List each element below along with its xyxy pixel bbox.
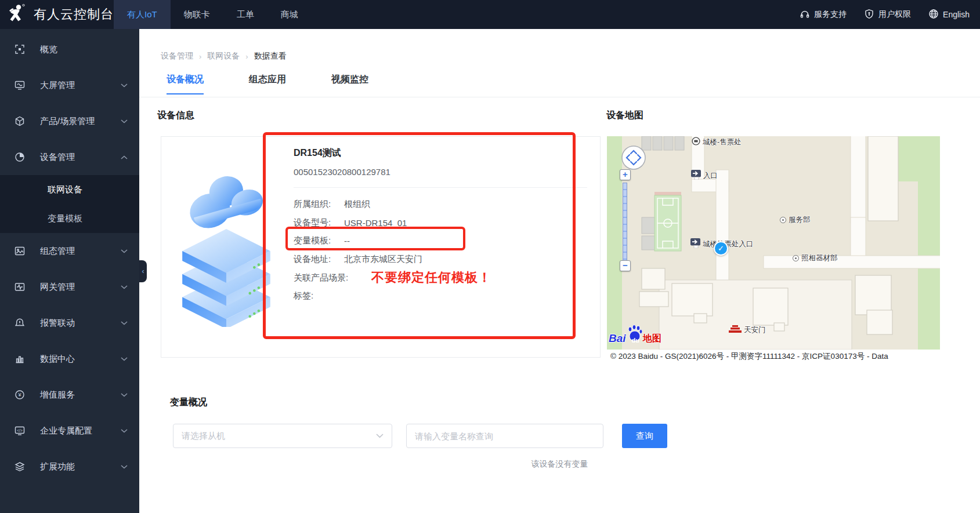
app-title: 有人云控制台 [34,6,114,23]
chevron-down-icon [121,321,128,325]
tabs-divider [139,97,980,97]
entrance-arrow-icon [690,238,700,250]
overview-icon [15,44,25,54]
sidebar: 概览 大屏管理 产品/场景管理 [0,29,139,513]
empty-variables-text: 该设备没有变量 [139,459,980,470]
topbar: 有人云控制台 有人IoT 物联卡 工单 商城 服务支持 [0,0,980,29]
field-row-organization: 所属组织: 根组织 [294,195,422,214]
map-pan-control[interactable] [621,145,646,170]
user-permission[interactable]: 用户权限 [864,9,911,21]
sidebar-item-extensions[interactable]: 扩展功能 [0,449,139,485]
poi-tiananmen: 天安门 [729,325,766,335]
device-fields: 所属组织: 根组织 设备型号: USR-DR154_01 变量模板: -- 设备… [294,195,422,305]
language-switch[interactable]: English [928,9,970,21]
breadcrumb-device-mgmt[interactable]: 设备管理 [161,51,193,61]
field-row-tags: 标签: [294,287,422,305]
variable-search-input[interactable] [406,424,603,448]
headset-icon [800,9,810,21]
page-tabs: 设备概况 组态应用 视频监控 [167,74,368,94]
baidu-maps-logo[interactable]: Bai du 地图 [609,324,661,345]
sidebar-item-alarm-linkage[interactable]: 报警联动 [0,305,139,341]
sidebar-item-product-scene[interactable]: 产品/场景管理 [0,103,139,139]
top-tab-sim-card[interactable]: 物联卡 [171,0,223,29]
tiananmen-gate-icon [729,325,742,335]
yuan-coin-icon: ¥ [15,390,25,400]
device-id: 00501523020800129781 [294,167,390,177]
slave-select-placeholder: 请选择从机 [182,431,225,442]
cloud-server-illustration-icon [174,153,279,329]
slave-select[interactable]: 请选择从机 [173,424,392,448]
map-zoom-slider[interactable] [623,183,627,261]
field-row-product-scene: 关联产品场景: [294,268,422,287]
sidebar-collapse-handle[interactable]: ‹ [139,260,147,282]
breadcrumb-separator: › [199,52,201,61]
tab-scada-app[interactable]: 组态应用 [249,74,286,94]
device-info-title: 设备信息 [157,110,194,122]
entrance-arrow-icon [691,170,701,181]
device-info-divider [294,187,587,188]
layers-icon [15,461,25,472]
tab-device-overview[interactable]: 设备概况 [167,74,204,94]
globe-icon [928,9,939,21]
sidebar-item-device-mgmt[interactable]: 设备管理 [0,139,139,175]
svg-text:</>: </> [17,428,23,432]
service-support[interactable]: 服务支持 [800,9,847,21]
svg-text:¥: ¥ [17,392,21,398]
ticket-office-icon [692,137,700,147]
bar-chart-icon [15,354,25,364]
big-screen-icon [15,80,25,90]
chevron-down-icon [376,434,384,438]
device-name: DR154测试 [294,147,341,159]
device-location-marker[interactable]: ✓ [714,241,728,256]
sidebar-item-screen-mgmt[interactable]: 大屏管理 [0,67,139,103]
usr-person-logo-icon [7,3,26,26]
sidebar-item-gateway-mgmt[interactable]: 网关管理 [0,269,139,305]
chevron-down-icon [121,393,128,397]
sidebar-item-label: 设备管理 [40,152,75,163]
sidebar-item-label: 增值服务 [40,390,75,401]
chevron-down-icon [121,83,128,88]
top-tab-mall[interactable]: 商城 [267,0,312,29]
chevron-down-icon [121,285,128,289]
logo[interactable]: 有人云控制台 [0,3,114,26]
top-tab-work-order[interactable]: 工单 [223,0,267,29]
sidebar-subitem-variable-templates[interactable]: 变量模板 [0,204,139,233]
chevron-up-icon [121,155,128,159]
device-map-title: 设备地图 [606,110,643,122]
sidebar-item-value-added-services[interactable]: ¥ 增值服务 [0,377,139,413]
map-zoom-out-button[interactable]: − [620,260,631,271]
sidebar-item-enterprise-config[interactable]: </> 企业专属配置 [0,413,139,449]
map-zoom-in-button[interactable]: + [620,169,631,180]
poi-entrance: 入口 [691,170,718,181]
gateway-pulse-icon [15,282,25,292]
tab-video-monitor[interactable]: 视频监控 [331,74,368,94]
breadcrumb-networked-devices[interactable]: 联网设备 [207,51,240,61]
top-tab-usr-iot[interactable]: 有人IoT [114,0,171,29]
sidebar-subitem-networked-devices[interactable]: 联网设备 [0,175,139,204]
poi-ticket-office: 城楼-售票处 [692,137,742,147]
monitor-code-icon: </> [15,425,25,436]
breadcrumb-separator: › [245,52,248,61]
chevron-down-icon [121,357,128,361]
service-support-label: 服务支持 [814,9,847,20]
sidebar-item-label: 产品/场景管理 [40,116,95,127]
baidu-map[interactable]: + − 城楼-售票处 入口 服务 [607,136,940,350]
field-row-address: 设备地址: 北京市东城区天安门 [294,250,422,269]
sidebar-item-scada-mgmt[interactable]: 组态管理 [0,233,139,269]
sidebar-item-label: 扩展功能 [40,461,75,472]
variables-title: 变量概况 [170,396,207,409]
device-mgmt-submenu: 联网设备 变量模板 [0,175,139,233]
sidebar-item-overview[interactable]: 概览 [0,31,139,67]
sidebar-item-label: 网关管理 [40,282,75,293]
sidebar-item-data-center[interactable]: 数据中心 [0,341,139,377]
alarm-bell-icon [15,318,25,328]
chevron-down-icon [121,249,128,253]
cube-icon [15,116,25,126]
map-tiles [607,136,940,350]
picture-icon [15,246,25,256]
field-row-variable-template: 变量模板: -- [294,232,422,250]
query-button[interactable]: 查询 [622,424,667,448]
poi-dot-icon [793,255,799,261]
poi-camera-shop: 照相器材部 [793,253,838,263]
poi-dot-icon [780,217,786,223]
